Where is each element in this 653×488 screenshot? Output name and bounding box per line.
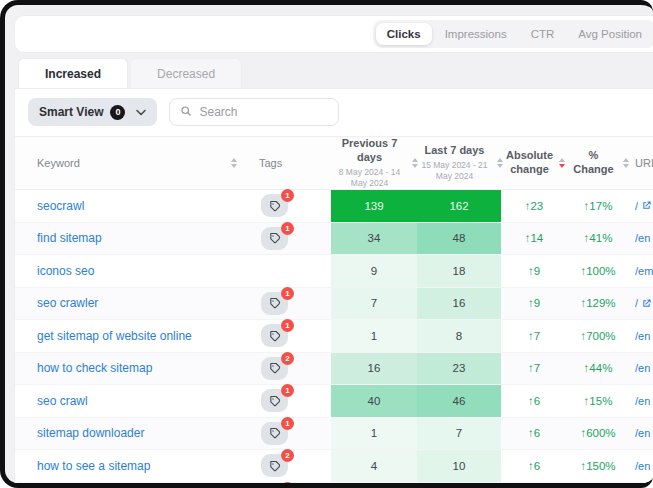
previous-clicks-cell: 40 bbox=[331, 385, 417, 417]
tag-count-badge: 1 bbox=[281, 287, 294, 300]
tag-count-badge: 1 bbox=[281, 482, 294, 488]
tags-cell: 1 bbox=[247, 190, 331, 222]
table-row: how to check sitemap21623↑7↑44%/en bbox=[15, 353, 653, 386]
previous-clicks-cell: 4 bbox=[331, 450, 417, 482]
search-input[interactable] bbox=[199, 105, 328, 119]
tag-chip[interactable]: 1 bbox=[261, 194, 288, 217]
smart-view-dropdown[interactable]: Smart View 0 bbox=[28, 98, 157, 126]
previous-clicks-cell: 9 bbox=[331, 255, 417, 287]
column-header-previous[interactable]: Previous 7 days 8 May 2024 - 14 May 2024 bbox=[331, 137, 417, 189]
tags-cell: 1 bbox=[247, 223, 331, 255]
tab-avg-position[interactable]: Avg Position bbox=[567, 23, 653, 45]
tags-cell bbox=[247, 255, 331, 287]
url-link[interactable]: /en bbox=[635, 395, 650, 407]
tag-chip[interactable]: 1 bbox=[261, 324, 288, 347]
external-link-icon[interactable] bbox=[641, 200, 652, 211]
url-cell: /en bbox=[629, 223, 653, 255]
tag-chip[interactable]: 1 bbox=[261, 227, 288, 250]
keyword-link[interactable]: seocrawl bbox=[37, 199, 84, 213]
tag-chip[interactable]: 1 bbox=[261, 292, 288, 315]
keyword-link[interactable]: find sitemap bbox=[37, 231, 102, 245]
column-header-absolute-change[interactable]: Absolute change bbox=[501, 149, 567, 177]
tab-impressions[interactable]: Impressions bbox=[434, 23, 518, 45]
chevron-down-icon bbox=[136, 109, 146, 116]
keyword-cell: seocrawl bbox=[15, 190, 247, 222]
column-header-keyword[interactable]: Keyword bbox=[15, 157, 247, 169]
tags-cell: 1 bbox=[247, 385, 331, 417]
column-header-last[interactable]: Last 7 days 15 May 2024 - 21 May 2024 bbox=[417, 144, 501, 182]
tags-cell: 1 bbox=[247, 483, 331, 488]
keyword-link[interactable]: how to see a sitemap bbox=[37, 459, 150, 473]
last-clicks-cell: 23 bbox=[417, 353, 501, 385]
previous-clicks-cell bbox=[331, 483, 417, 488]
url-link[interactable]: /en bbox=[635, 427, 650, 439]
tag-chip[interactable]: 2 bbox=[261, 357, 288, 380]
app-window: Clicks Impressions CTR Avg Position Incr… bbox=[0, 0, 653, 488]
keyword-cell: seo crawler bbox=[15, 288, 247, 320]
keyword-cell: how to see a sitemap bbox=[15, 450, 247, 482]
previous-clicks-cell: 1 bbox=[331, 320, 417, 352]
last-clicks-cell: 7 bbox=[417, 418, 501, 450]
last-clicks-cell bbox=[417, 483, 501, 488]
keyword-link[interactable]: seo crawl bbox=[37, 394, 88, 408]
last-clicks-cell: 48 bbox=[417, 223, 501, 255]
url-cell: /em bbox=[629, 255, 653, 287]
url-link[interactable]: / bbox=[635, 297, 638, 309]
url-link[interactable]: /em bbox=[635, 265, 653, 277]
tag-count-badge: 2 bbox=[281, 449, 294, 462]
url-link[interactable]: / bbox=[635, 200, 638, 212]
keyword-link[interactable]: how to check sitemap bbox=[37, 361, 152, 375]
url-link[interactable]: /en bbox=[635, 330, 650, 342]
percent-change-cell bbox=[567, 483, 629, 488]
search-icon bbox=[180, 103, 192, 121]
metric-tab-group: Clicks Impressions CTR Avg Position bbox=[373, 20, 653, 48]
keyword-link[interactable]: get sitemap of website online bbox=[37, 329, 192, 343]
absolute-change-cell: ↑14 bbox=[501, 223, 567, 255]
percent-change-cell: ↑15% bbox=[567, 385, 629, 417]
last-clicks-cell: 10 bbox=[417, 450, 501, 482]
external-link-icon[interactable] bbox=[641, 298, 652, 309]
url-link[interactable]: /en bbox=[635, 460, 650, 472]
keyword-link[interactable]: iconos seo bbox=[37, 264, 94, 278]
keyword-cell: iconos seo bbox=[15, 255, 247, 287]
tags-cell: 1 bbox=[247, 288, 331, 320]
table-row: seocrawl1139162↑23↑17%/ bbox=[15, 190, 653, 223]
last-clicks-cell: 46 bbox=[417, 385, 501, 417]
tab-ctr[interactable]: CTR bbox=[520, 23, 566, 45]
smart-view-label: Smart View bbox=[39, 105, 103, 119]
tag-chip[interactable]: 1 bbox=[261, 422, 288, 445]
url-cell: /en bbox=[629, 385, 653, 417]
tag-icon bbox=[269, 460, 281, 472]
keyword-link[interactable]: sitemap downloader bbox=[37, 426, 144, 440]
tab-increased[interactable]: Increased bbox=[18, 58, 128, 88]
tag-count-badge: 1 bbox=[281, 222, 294, 235]
tab-clicks[interactable]: Clicks bbox=[376, 23, 432, 45]
url-link[interactable]: /en bbox=[635, 362, 650, 374]
content-panel: Smart View 0 Keyword Tags bbox=[14, 88, 653, 488]
tag-icon bbox=[269, 200, 281, 212]
percent-change-cell: ↑100% bbox=[567, 255, 629, 287]
url-link[interactable]: /en bbox=[635, 232, 650, 244]
percent-change-cell: ↑17% bbox=[567, 190, 629, 222]
keyword-cell: sitemap downloader bbox=[15, 418, 247, 450]
absolute-change-cell: ↑7 bbox=[501, 320, 567, 352]
keyword-cell: seo crawl bbox=[15, 385, 247, 417]
last-clicks-cell: 18 bbox=[417, 255, 501, 287]
tag-chip[interactable]: 2 bbox=[261, 454, 288, 477]
tag-chip[interactable]: 1 bbox=[261, 389, 288, 412]
table-row: get sitemap of website online118↑7↑700%/… bbox=[15, 320, 653, 353]
controls-row: Smart View 0 bbox=[15, 89, 653, 126]
last-clicks-cell: 16 bbox=[417, 288, 501, 320]
previous-clicks-cell: 139 bbox=[331, 190, 417, 222]
header-card: Clicks Impressions CTR Avg Position bbox=[14, 15, 653, 53]
table-row: sitemap downloader117↑6↑600%/en bbox=[15, 418, 653, 451]
tab-decreased[interactable]: Decreased bbox=[130, 58, 242, 88]
keyword-link[interactable]: seo crawler bbox=[37, 296, 98, 310]
column-header-percent-change[interactable]: % Change bbox=[567, 149, 629, 177]
absolute-change-cell: ↑6 bbox=[501, 418, 567, 450]
url-cell: /en bbox=[629, 418, 653, 450]
absolute-change-cell: ↑23 bbox=[501, 190, 567, 222]
url-cell: / bbox=[629, 288, 653, 320]
tag-icon bbox=[269, 330, 281, 342]
keyword-cell: how to check sitemap bbox=[15, 353, 247, 385]
